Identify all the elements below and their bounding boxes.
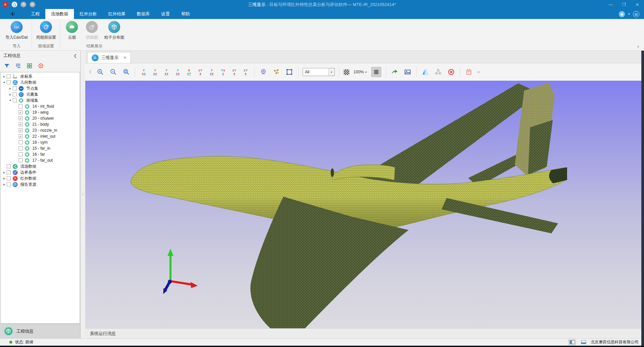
transparency-checker-icon[interactable] — [344, 69, 349, 75]
tree-checkbox[interactable]: ✓ — [19, 122, 23, 126]
tree-checkbox[interactable] — [7, 80, 11, 84]
menu-item-设置[interactable]: 设置 — [156, 9, 175, 19]
cancel-icon[interactable] — [447, 68, 456, 76]
sidebar-footer[interactable]: 工程信息 — [0, 324, 80, 338]
view-orientation-button-1[interactable]: Yxz — [140, 68, 148, 76]
webcam-icon[interactable] — [259, 68, 268, 76]
tree-item-21-body[interactable]: ✓21 - body — [1, 121, 80, 127]
menu-item-数据库[interactable]: 数据库 — [131, 9, 156, 19]
ribbon-button-周期面设置[interactable]: 周期面设置 — [34, 20, 58, 41]
tree-expander-icon[interactable]: ▼ — [8, 98, 13, 103]
menu-item-红外结果[interactable]: 红外结果 — [103, 9, 131, 19]
view-orientation-button-8[interactable]: Yxz — [219, 68, 227, 76]
panel-splitter[interactable]: ⁞ — [81, 51, 85, 338]
mirror-flip-icon[interactable] — [421, 68, 430, 76]
tree-item-边界条件[interactable]: ▶边界条件 — [1, 169, 80, 175]
tree-expander-icon[interactable]: ▶ — [2, 183, 7, 186]
tree-checkbox[interactable] — [7, 74, 11, 78]
tree-item-15-far_in[interactable]: 15 - far_in — [1, 145, 80, 151]
view-orientation-button-2[interactable]: Yzx — [151, 68, 160, 76]
tab-close-icon[interactable]: ✕ — [123, 55, 127, 60]
tree-checkbox[interactable] — [19, 158, 23, 162]
tree-checkbox[interactable] — [19, 104, 23, 108]
redo-icon[interactable]: ⟳ — [30, 2, 35, 7]
tree-checkbox[interactable]: ✓ — [19, 110, 23, 114]
view-orientation-button-9[interactable]: zYx — [230, 68, 239, 76]
share-arrow-icon[interactable] — [390, 68, 399, 76]
ribbon-button-云图[interactable]: 云图 — [62, 20, 82, 41]
view-orientation-button-10[interactable]: zYx — [241, 68, 250, 76]
tree-checkbox[interactable] — [7, 170, 11, 174]
tree-item-元素集[interactable]: ▶元素集 — [1, 91, 80, 97]
view-orientation-button-6[interactable]: zYx — [196, 68, 205, 76]
minimize-button[interactable]: — — [604, 0, 617, 9]
selection-box-icon[interactable] — [285, 68, 294, 76]
tree-item-节点集[interactable]: ▶节点集 — [1, 85, 80, 91]
layout-toggle-left-icon[interactable] — [568, 339, 576, 345]
filter-icon[interactable] — [4, 63, 10, 70]
tree-checkbox[interactable] — [7, 164, 11, 168]
tree-checkbox[interactable] — [13, 98, 17, 102]
tree-checkbox[interactable] — [19, 140, 23, 144]
view-orientation-button-5[interactable]: XzY — [185, 68, 193, 76]
tree-checkbox[interactable] — [13, 86, 17, 90]
save-icon[interactable] — [12, 2, 17, 7]
particles-gold-icon[interactable] — [272, 68, 281, 76]
viewport-3d[interactable] — [85, 81, 644, 328]
tree-expander-icon[interactable]: ▶ — [8, 87, 13, 90]
tree-expander-icon[interactable]: ▶ — [8, 93, 13, 96]
molecule-outline-icon[interactable] — [434, 68, 443, 76]
tree-expander-icon[interactable]: ▶ — [2, 75, 7, 78]
export-image-icon[interactable] — [403, 68, 412, 76]
collapse-list-icon[interactable] — [15, 63, 21, 70]
tree-item-14-int_fluid[interactable]: 14 - int_fluid — [1, 103, 80, 109]
archive-box-icon[interactable] — [465, 68, 473, 76]
menu-item-流场数据[interactable]: 流场数据 — [45, 9, 74, 19]
tree-item-16-far[interactable]: 16 - far — [1, 151, 80, 157]
chevron-down-icon[interactable]: ▼ — [628, 13, 630, 16]
menu-item-帮助[interactable]: 帮助 — [175, 9, 195, 19]
menu-item-工程[interactable]: 工程 — [25, 9, 45, 19]
tree-item-18-sym[interactable]: 18 - sym — [1, 139, 80, 145]
close-button[interactable]: ✕ — [631, 0, 644, 9]
view-orientation-button-3[interactable]: Yxz — [162, 68, 171, 76]
ribbon-collapse-icon[interactable]: ∧ — [637, 45, 639, 48]
tree-item-报告资源[interactable]: ▶报告资源 — [1, 181, 80, 187]
tree-checkbox[interactable] — [19, 146, 23, 150]
tree-item-坐标系[interactable]: ▶Yzx坐标系 — [1, 73, 80, 79]
sidebar-collapse-icon[interactable]: ❮ — [74, 53, 77, 58]
tree-checkbox[interactable]: ✓ — [19, 134, 23, 138]
tree-item-19-wing[interactable]: ✓19 - wing — [1, 109, 80, 115]
ribbon-button-导入Cas/Dat[interactable]: cas导入Cas/Dat — [3, 20, 30, 41]
tree-checkbox[interactable]: ✓ — [19, 116, 23, 120]
tree-item-几何数据[interactable]: ▼几何数据 — [1, 79, 80, 85]
tree-checkbox[interactable] — [7, 176, 11, 180]
tab-3d-display[interactable]: 三维显示 ✕ — [87, 52, 131, 63]
tree-checkbox[interactable] — [13, 92, 17, 96]
tree-expander-icon[interactable]: ▶ — [2, 177, 7, 180]
app-icon[interactable]: ✈ — [3, 2, 8, 7]
menu-item-红外分析[interactable]: 红外分析 — [74, 9, 103, 19]
mesh-grid-toggle[interactable] — [371, 67, 381, 77]
zoom-in-icon[interactable] — [96, 68, 105, 76]
tree-item-面域集[interactable]: ▼面域集 — [1, 97, 80, 103]
tree-expander-icon[interactable]: ▶ — [2, 171, 7, 174]
maximize-button[interactable]: ❐ — [617, 0, 631, 9]
tree-expander-icon[interactable]: ▼ — [2, 80, 7, 85]
zoom-fit-icon[interactable] — [122, 68, 131, 76]
display-filter-select[interactable]: All ▼ — [303, 68, 335, 76]
tree-checkbox[interactable]: ✓ — [19, 128, 23, 132]
zoom-out-icon[interactable] — [109, 68, 118, 76]
zoom-level-dropdown[interactable]: 100%▼ — [354, 70, 367, 74]
tree-item-17-far_out[interactable]: 17 - far_out — [1, 157, 80, 163]
theme-icon[interactable]: ▣ — [619, 11, 625, 17]
tree-item-流场数据[interactable]: 流场数据 — [1, 163, 80, 169]
view-orientation-button-4[interactable]: Yzx — [173, 68, 182, 76]
tree-checkbox[interactable] — [7, 182, 11, 186]
grid-view-icon[interactable] — [27, 63, 32, 70]
combo-arrow-icon[interactable]: ▼ — [328, 68, 334, 76]
tree-item-22-inlet_out[interactable]: ✓22 - inlet_out — [1, 133, 80, 139]
ribbon-button-粒子分布图[interactable]: 粒子分布图 — [102, 20, 126, 41]
tree-checkbox[interactable] — [19, 152, 23, 156]
help-book-icon[interactable]: ▤ — [633, 11, 639, 17]
